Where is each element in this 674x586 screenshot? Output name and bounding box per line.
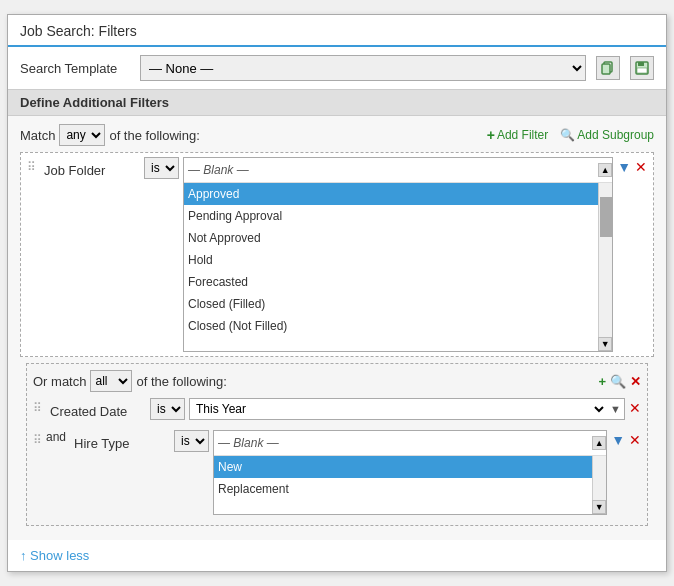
hire-type-header: — Blank — ▲ bbox=[214, 431, 606, 456]
main-filter-group: ⠿ Job Folder is — Blank — ▲ Approved bbox=[20, 152, 654, 357]
created-date-delete[interactable]: ✕ bbox=[629, 400, 641, 416]
match-select[interactable]: any all bbox=[59, 124, 105, 146]
hire-scrollbar[interactable] bbox=[592, 456, 606, 500]
svg-rect-3 bbox=[638, 62, 644, 66]
filter-icon[interactable]: ▼ bbox=[617, 159, 631, 175]
copy-icon bbox=[601, 61, 615, 75]
and-label: and bbox=[46, 430, 66, 444]
scroll-down-arrow[interactable]: ▼ bbox=[598, 337, 612, 351]
hire-scroll-down[interactable]: ▼ bbox=[592, 500, 606, 514]
title-bar: Job Search: Filters bbox=[8, 15, 666, 47]
list-item[interactable]: New bbox=[214, 456, 592, 478]
job-folder-operator[interactable]: is bbox=[144, 157, 179, 179]
hire-delete-icon[interactable]: ✕ bbox=[629, 432, 641, 448]
drag-handle[interactable]: ⠿ bbox=[33, 430, 42, 446]
job-folder-value: — Blank — ▲ Approved Pending Approval No… bbox=[183, 157, 613, 352]
delete-icon[interactable]: ✕ bbox=[635, 159, 647, 175]
list-item[interactable]: Replacement bbox=[214, 478, 592, 500]
dropdown-header: — Blank — ▲ bbox=[184, 158, 612, 183]
subgroup-delete-button[interactable]: ✕ bbox=[630, 374, 641, 389]
subgroup-match-label: Or match bbox=[33, 374, 86, 389]
search-template-row: Search Template — None — bbox=[8, 47, 666, 89]
hire-scroll-area: New Replacement bbox=[214, 456, 606, 500]
created-date-field: Created Date bbox=[46, 398, 146, 426]
hire-scroll-up[interactable]: ▲ bbox=[592, 436, 606, 450]
add-filter-button[interactable]: + Add Filter bbox=[487, 127, 549, 143]
hire-scroll-down-container: ▼ bbox=[214, 500, 606, 514]
list-item[interactable]: Pending Approval bbox=[184, 205, 598, 227]
subgroup-sub-button[interactable]: 🔍 bbox=[610, 374, 626, 389]
hire-type-row: ⠿ and Hire Type is — Blank — ▲ bbox=[33, 430, 641, 515]
subgroup-actions: + 🔍 ✕ bbox=[598, 374, 641, 389]
subgroup-container: Or match any all of the following: + 🔍 ✕… bbox=[26, 363, 648, 526]
created-date-operator[interactable]: is bbox=[150, 398, 185, 420]
hire-type-field: Hire Type bbox=[70, 430, 170, 458]
list-item[interactable]: Hold bbox=[184, 249, 598, 271]
job-folder-field: Job Folder bbox=[40, 157, 140, 185]
main-window: Job Search: Filters Search Template — No… bbox=[7, 14, 667, 572]
hire-type-operator[interactable]: is bbox=[174, 430, 209, 452]
list-item[interactable]: Not Approved bbox=[184, 227, 598, 249]
list-item[interactable]: Closed (Filled) bbox=[184, 293, 598, 315]
drag-handle[interactable]: ⠿ bbox=[33, 398, 42, 414]
hire-list-items: New Replacement bbox=[214, 456, 592, 500]
created-date-select[interactable]: This Year Last Year This Month Last Mont… bbox=[190, 399, 607, 419]
list-items: Approved Pending Approval Not Approved H… bbox=[184, 183, 598, 337]
job-folder-dropdown: — Blank — ▲ Approved Pending Approval No… bbox=[183, 157, 613, 352]
subgroup-match-select[interactable]: any all bbox=[90, 370, 132, 392]
show-less-button[interactable]: ↑ Show less bbox=[8, 540, 666, 571]
main-match-row: Match any all of the following: + Add Fi… bbox=[20, 124, 654, 146]
subgroup-match-row: Or match any all of the following: + 🔍 ✕ bbox=[33, 370, 641, 392]
scrollbar-thumb bbox=[600, 197, 612, 237]
filter-area: Match any all of the following: + Add Fi… bbox=[8, 116, 666, 540]
of-following-text: of the following: bbox=[109, 128, 199, 143]
hire-type-actions: ▼ ✕ bbox=[611, 430, 641, 448]
save-button[interactable] bbox=[630, 56, 654, 80]
list-item[interactable]: Forecasted bbox=[184, 271, 598, 293]
add-subgroup-button[interactable]: 🔍 Add Subgroup bbox=[560, 128, 654, 142]
subgroup-add-button[interactable]: + bbox=[598, 375, 606, 388]
list-item[interactable]: Closed (Not Filled) bbox=[184, 315, 598, 337]
hire-type-value: — Blank — ▲ New Replacement bbox=[213, 430, 607, 515]
save-icon bbox=[635, 61, 649, 75]
page-title: Job Search: Filters bbox=[20, 23, 654, 39]
hire-filter-icon[interactable]: ▼ bbox=[611, 432, 625, 448]
created-date-row: ⠿ Created Date is This Year Last Year Th… bbox=[33, 398, 641, 426]
svg-rect-1 bbox=[602, 64, 610, 74]
created-date-value-container: This Year Last Year This Month Last Mont… bbox=[189, 398, 625, 420]
list-item[interactable]: Approved bbox=[184, 183, 598, 205]
created-date-actions: ✕ bbox=[629, 398, 641, 416]
job-folder-actions: ▼ ✕ bbox=[617, 157, 647, 175]
scroll-area: Approved Pending Approval Not Approved H… bbox=[184, 183, 612, 337]
drag-handle[interactable]: ⠿ bbox=[27, 157, 36, 173]
search-template-select[interactable]: — None — bbox=[140, 55, 586, 81]
subgroup-of-following: of the following: bbox=[136, 374, 226, 389]
copy-button[interactable] bbox=[596, 56, 620, 80]
search-template-label: Search Template bbox=[20, 61, 130, 76]
job-folder-row: ⠿ Job Folder is — Blank — ▲ Approved bbox=[21, 153, 653, 356]
svg-rect-4 bbox=[637, 68, 647, 73]
match-label: Match bbox=[20, 128, 55, 143]
define-filters-header: Define Additional Filters bbox=[8, 89, 666, 116]
created-date-dropdown-arrow[interactable]: ▼ bbox=[607, 403, 624, 415]
scrollbar[interactable] bbox=[598, 183, 612, 337]
scroll-up-arrow[interactable]: ▲ bbox=[598, 163, 612, 177]
scroll-down-container: ▼ bbox=[184, 337, 612, 351]
hire-type-dropdown: — Blank — ▲ New Replacement bbox=[213, 430, 607, 515]
